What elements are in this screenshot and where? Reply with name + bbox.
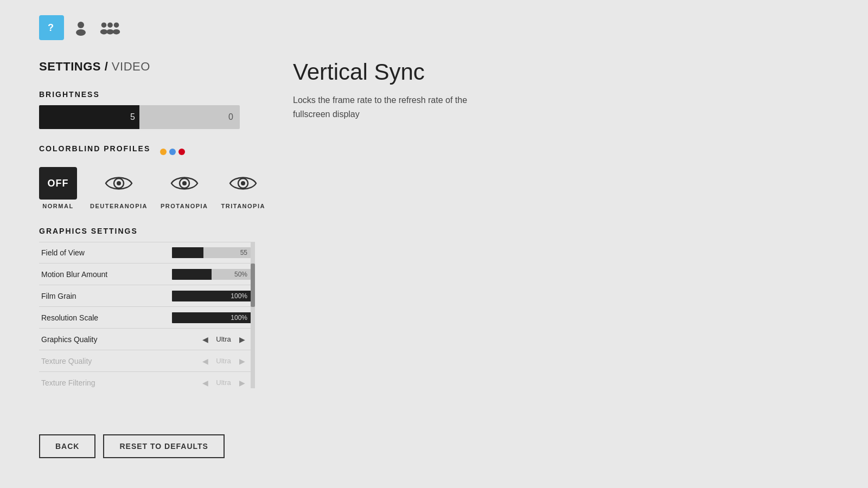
row-label-texture-filtering: Texture Filtering <box>39 378 196 387</box>
motion-blur-fill <box>172 269 212 280</box>
table-row: Resolution Scale 100% <box>39 307 251 329</box>
texture-filtering-value: Ultra <box>213 378 234 387</box>
graphics-quality-value: Ultra <box>213 335 234 343</box>
graphics-quality-selector: ◀ Ultra ▶ <box>196 334 251 345</box>
colorblind-protanopia-label: PROTANOPIA <box>161 203 208 209</box>
settings-table: Field of View 55 Motion Blur Amount 50% <box>39 242 251 388</box>
texture-filtering-selector: ◀ Ultra ▶ <box>196 377 251 388</box>
table-row: Film Grain 100% <box>39 285 251 307</box>
svg-point-5 <box>107 22 113 28</box>
table-row: Field of View 55 <box>39 242 251 264</box>
fov-slider[interactable]: 55 <box>172 247 251 258</box>
color-dots <box>160 149 185 155</box>
table-row: Texture Quality ◀ Ultra ▶ <box>39 350 251 372</box>
fov-value: 55 <box>240 249 247 256</box>
motion-blur-slider[interactable]: 50% <box>172 269 251 280</box>
colorblind-option-protanopia[interactable]: PROTANOPIA <box>161 167 208 209</box>
settings-scrollbar[interactable] <box>251 242 255 388</box>
row-label-resolution: Resolution Scale <box>39 313 172 322</box>
svg-point-7 <box>114 22 119 28</box>
fov-slider-fill <box>172 247 203 258</box>
brightness-fill: 5 <box>39 105 139 129</box>
resolution-value: 100% <box>231 314 247 322</box>
graphics-settings-label: GRAPHICS SETTINGS <box>39 227 868 235</box>
brightness-slider[interactable]: 5 0 <box>39 105 240 129</box>
svg-point-10 <box>117 181 121 185</box>
colorblind-label: COLORBLIND PROFILES <box>39 144 150 153</box>
row-label-motion-blur: Motion Blur Amount <box>39 270 172 279</box>
texture-filtering-next[interactable]: ▶ <box>237 377 247 388</box>
svg-point-6 <box>106 29 113 35</box>
info-description: Locks the frame rate to the refresh rate… <box>293 93 499 121</box>
graphics-quality-prev[interactable]: ◀ <box>200 334 210 345</box>
row-label-graphics-quality: Graphics Quality <box>39 335 196 344</box>
colorblind-header: COLORBLIND PROFILES <box>39 144 868 159</box>
question-nav-icon[interactable]: ? <box>39 15 64 40</box>
texture-quality-prev[interactable]: ◀ <box>200 356 210 367</box>
svg-point-2 <box>76 29 86 36</box>
row-label-texture-quality: Texture Quality <box>39 357 196 365</box>
svg-point-14 <box>241 181 245 185</box>
breadcrumb-settings: SETTINGS <box>39 60 101 73</box>
scrollbar-thumb <box>251 264 255 307</box>
colorblind-normal-label: NORMAL <box>42 203 73 209</box>
group-nav-icon[interactable] <box>98 15 123 40</box>
top-nav: ? <box>39 15 123 40</box>
texture-quality-selector: ◀ Ultra ▶ <box>196 356 251 367</box>
colorblind-option-normal[interactable]: OFF NORMAL <box>39 167 77 209</box>
svg-point-12 <box>182 181 187 185</box>
dot-yellow <box>160 149 167 155</box>
breadcrumb-video: VIDEO <box>112 60 150 73</box>
svg-point-8 <box>113 29 120 35</box>
texture-quality-value: Ultra <box>213 357 234 365</box>
brightness-value-right: 0 <box>228 112 233 122</box>
colorblind-deuteranopia-label: DEUTERANOPIA <box>90 203 148 209</box>
graphics-quality-next[interactable]: ▶ <box>237 334 247 345</box>
dot-red <box>178 149 185 155</box>
colorblind-off-badge: OFF <box>39 167 77 200</box>
brightness-value: 5 <box>130 112 135 122</box>
svg-point-4 <box>100 29 107 35</box>
bottom-buttons: BACK RESET TO DEFAULTS <box>39 434 225 458</box>
dot-blue <box>169 149 176 155</box>
colorblind-option-tritanopia[interactable]: TRITANOPIA <box>221 167 265 209</box>
resolution-slider[interactable]: 100% <box>172 312 251 323</box>
texture-filtering-prev[interactable]: ◀ <box>200 377 210 388</box>
settings-table-wrapper: Field of View 55 Motion Blur Amount 50% <box>39 242 255 388</box>
graphics-section: GRAPHICS SETTINGS Field of View 55 Motio… <box>39 227 868 388</box>
deuteranopia-eye <box>100 167 138 200</box>
info-panel: Vertical Sync Locks the frame rate to th… <box>293 60 564 121</box>
svg-point-3 <box>101 22 107 28</box>
film-grain-value: 100% <box>231 292 247 300</box>
texture-quality-next[interactable]: ▶ <box>237 356 247 367</box>
row-label-fov: Field of View <box>39 248 172 257</box>
table-row: Graphics Quality ◀ Ultra ▶ <box>39 329 251 350</box>
protanopia-eye <box>165 167 203 200</box>
colorblind-tritanopia-label: TRITANOPIA <box>221 203 265 209</box>
row-label-film-grain: Film Grain <box>39 292 172 300</box>
person-nav-icon[interactable] <box>68 15 93 40</box>
motion-blur-value: 50% <box>234 271 247 278</box>
svg-text:?: ? <box>48 22 54 33</box>
film-grain-slider[interactable]: 100% <box>172 291 251 301</box>
colorblind-option-deuteranopia[interactable]: DEUTERANOPIA <box>90 167 148 209</box>
colorblind-options: OFF NORMAL DEUTERANOPIA <box>39 167 868 209</box>
tritanopia-eye <box>224 167 262 200</box>
table-row: Texture Filtering ◀ Ultra ▶ <box>39 372 251 388</box>
reset-button[interactable]: RESET TO DEFAULTS <box>103 434 225 458</box>
table-row: Motion Blur Amount 50% <box>39 264 251 285</box>
colorblind-section: COLORBLIND PROFILES OFF NORMAL <box>39 144 868 209</box>
svg-point-1 <box>78 22 84 28</box>
info-title: Vertical Sync <box>293 60 564 85</box>
back-button[interactable]: BACK <box>39 434 95 458</box>
main-content: SETTINGS / VIDEO BRIGHTNESS 5 0 COLORBLI… <box>39 60 868 488</box>
